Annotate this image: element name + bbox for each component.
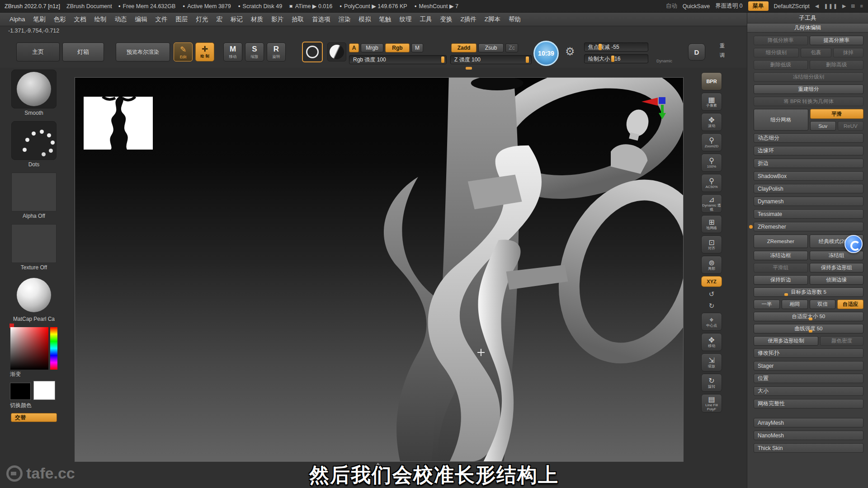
edge-loop-section[interactable]: 边缘环 — [754, 146, 863, 155]
lightbox-button[interactable]: 灯箱 — [62, 42, 104, 61]
menu-item[interactable]: 编辑 — [131, 15, 151, 23]
focal-shift-slider[interactable]: 焦点衰减 -55 — [584, 42, 648, 52]
zscript-button[interactable]: DefaultZScript — [774, 3, 810, 9]
sdiv-mesh-button[interactable]: 细分网格 — [754, 109, 808, 131]
menu-item[interactable]: 模拟 — [355, 15, 375, 23]
menu-item[interactable]: 图层 — [172, 15, 192, 23]
transform-tile[interactable]: M 移动 — [223, 42, 242, 61]
slider-handle[interactable] — [784, 293, 788, 296]
current-stroke-button[interactable] — [11, 121, 57, 160]
current-brush-button[interactable] — [11, 70, 57, 108]
floating-assistant-button[interactable] — [844, 235, 863, 253]
gyro-icon[interactable]: ⚙ — [565, 45, 575, 58]
current-texture-button[interactable] — [11, 224, 57, 263]
z-intensity-slider[interactable]: Z 强度 100 — [450, 55, 532, 64]
higher-res-button[interactable]: 提高分辨率 — [810, 36, 864, 45]
dynamic-subdiv-section[interactable]: 动态细分 — [754, 133, 863, 143]
shelf-button[interactable]: ⊿ Dynamic 透视 — [701, 194, 722, 213]
shelf-button[interactable]: ⚲ 100% — [701, 154, 722, 172]
menu-toggle-button[interactable]: 菜单 — [748, 1, 769, 11]
nanomesh-section[interactable]: NanoMesh — [754, 431, 863, 440]
menu-item[interactable]: 笔触 — [375, 15, 396, 23]
slider-handle[interactable] — [809, 318, 812, 320]
shelf-button[interactable]: ✥ 移动 — [701, 333, 722, 351]
titlebar-icon[interactable]: ▶ — [842, 3, 846, 9]
shelf-button[interactable]: ⚲ AC50% — [701, 174, 722, 192]
size-section[interactable]: 大小 — [754, 386, 863, 396]
smooth-groups-button[interactable]: 平滑组 — [754, 263, 808, 272]
menu-item[interactable]: 影片 — [267, 15, 288, 23]
titlebar-icon[interactable]: ◀ — [815, 3, 819, 9]
rgb-button[interactable]: Rgb — [385, 43, 410, 52]
del-higher-button[interactable]: 删除高级 — [810, 60, 864, 70]
shelf-button[interactable]: ⊡ 对齐 — [701, 235, 722, 253]
hue-strip[interactable] — [50, 327, 57, 370]
menu-item[interactable]: 材质 — [247, 15, 267, 23]
arraymesh-section[interactable]: ArrayMesh — [754, 418, 863, 427]
color-density-button[interactable]: 颜色密度 — [820, 336, 863, 346]
menu-item[interactable]: 文档 — [70, 15, 90, 23]
quicksave-timer[interactable]: 10:39 — [533, 41, 559, 66]
smt-button[interactable]: 平滑 — [810, 109, 864, 119]
slider-handle[interactable] — [441, 56, 444, 63]
half-button[interactable]: 一半 — [754, 300, 780, 309]
menu-item[interactable]: Alpha — [5, 16, 29, 23]
shelf-button[interactable]: XYZ — [701, 276, 722, 287]
current-alpha-button[interactable] — [11, 173, 57, 211]
rgb-intensity-slider[interactable]: Rgb 强度 100 — [349, 55, 447, 64]
double-button[interactable]: 双倍 — [810, 300, 836, 309]
shelf-button[interactable]: ⚲ Zoom2D — [701, 133, 722, 151]
current-material-button[interactable] — [11, 276, 57, 314]
menu-item[interactable]: 拾取 — [288, 15, 308, 23]
stager-section[interactable]: Stager — [754, 361, 863, 371]
shadowbox-section[interactable]: ShadowBox — [754, 171, 863, 181]
preview-boolean-button[interactable]: 预览布尔渲染 — [116, 42, 170, 61]
menu-item[interactable]: 标记 — [226, 15, 247, 23]
adaptive-button[interactable]: 自适应 — [837, 300, 863, 309]
slider-handle[interactable] — [611, 56, 614, 62]
shelf-button[interactable]: ⌖ 中心点 — [701, 313, 722, 331]
mesh-integrity-section[interactable]: 网格完整性 — [754, 399, 863, 408]
menu-item[interactable]: 宏 — [212, 15, 227, 23]
suv-button[interactable]: Suv — [810, 121, 836, 131]
rebuild-sdiv-button[interactable]: 重建细分 — [754, 84, 863, 94]
shelf-button[interactable]: BPR — [701, 72, 722, 90]
freeze-border-button[interactable]: 冻结边框 — [754, 251, 808, 260]
ui-transparency-slider[interactable]: 界面透明 0 — [715, 2, 742, 10]
side-label-2[interactable]: 调 — [720, 52, 725, 59]
menu-item[interactable]: 工具 — [416, 15, 436, 23]
edit-mode-button[interactable]: ✎ Edit — [174, 42, 193, 61]
shelf-button[interactable]: ✥ 滚动 — [701, 113, 722, 131]
same-button[interactable]: 相同 — [782, 300, 808, 309]
menu-item[interactable]: Z脚本 — [481, 15, 505, 23]
secondary-color-swatch[interactable] — [10, 383, 31, 400]
shelf-divider-handle[interactable] — [466, 67, 472, 70]
erase-button[interactable]: 抹掉 — [833, 48, 863, 57]
menu-item[interactable]: 首选项 — [308, 15, 335, 23]
a-button[interactable]: A — [349, 43, 359, 52]
modify-topology-section[interactable]: 修改拓扑 — [754, 348, 863, 358]
geometry-edit-header[interactable]: 几何体编辑 — [747, 23, 868, 33]
home-button[interactable]: 主页 — [16, 42, 60, 61]
curve-strength-slider[interactable]: 曲线强度 50 — [754, 324, 863, 333]
shelf-button[interactable]: ↻ 旋转 — [701, 374, 722, 392]
position-section[interactable]: 位置 — [754, 374, 863, 383]
del-lower-button[interactable]: 删除低级 — [754, 60, 808, 70]
menu-item[interactable]: 文件 — [151, 15, 172, 23]
shelf-button[interactable]: ⇲ 缩放 — [701, 353, 722, 371]
menu-item[interactable]: 色彩 — [50, 15, 70, 23]
detect-edge-button[interactable]: 侦测边缘 — [810, 275, 864, 285]
transform-tile[interactable]: R 旋转 — [267, 42, 286, 61]
slider-handle[interactable] — [809, 330, 812, 333]
swap-color-button[interactable]: 交替 — [11, 413, 57, 422]
claypolish-section[interactable]: ClayPolish — [754, 184, 863, 193]
cage-button[interactable]: 包裹 — [801, 48, 831, 57]
menu-item[interactable]: 纹理 — [396, 15, 416, 23]
mrgb-button[interactable]: Mrgb — [361, 43, 383, 52]
draw-mode-button[interactable]: ✛ 绘 制 — [195, 42, 214, 61]
bpr-to-geo-button[interactable]: 将 BPR 转换为几何体 — [754, 97, 863, 106]
shelf-button[interactable]: ▤ Line Fill PolyF — [701, 394, 722, 413]
menu-item[interactable]: 灯光 — [192, 15, 212, 23]
target-poly-slider[interactable]: 目标多边形数 5 — [754, 287, 863, 297]
shelf-button[interactable]: ⊚ 局部 — [701, 256, 722, 274]
